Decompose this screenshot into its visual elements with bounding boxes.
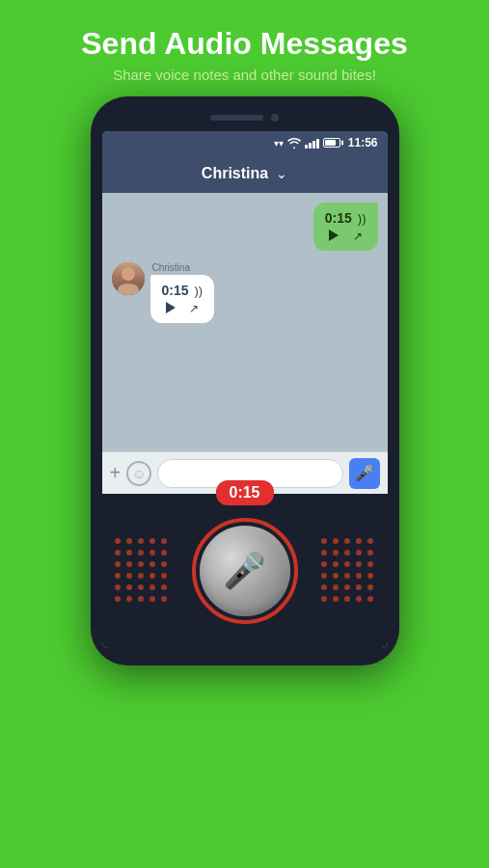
sender-name-label: Christina xyxy=(152,262,215,273)
hero-subtitle: Share voice notes and other sound bites! xyxy=(0,67,489,83)
received-duration: 0:15 xyxy=(162,283,189,298)
record-button-inner: 🎤 xyxy=(200,526,290,616)
sent-wave: )) xyxy=(358,211,367,226)
phone-screen: ▾▾ xyxy=(102,131,388,648)
received-message-wrap: Christina 0:15 )) ↗ xyxy=(112,262,378,323)
received-message: 0:15 )) ↗ xyxy=(150,275,215,323)
record-button[interactable]: 🎤 xyxy=(192,518,298,624)
status-time: 11:56 xyxy=(348,136,378,149)
sent-duration: 0:15 xyxy=(325,210,352,226)
phone-mockup: ▾▾ xyxy=(91,96,399,665)
phone-camera xyxy=(271,114,279,122)
record-mic-icon: 🎤 xyxy=(223,551,266,591)
sent-play-button[interactable] xyxy=(329,230,339,241)
signal-bars-icon xyxy=(305,137,319,149)
avatar xyxy=(112,262,145,295)
chat-area: 0:15 )) ↗ Christina xyxy=(102,193,388,451)
received-wave: )) xyxy=(195,284,204,298)
chat-header: Christina ⌄ xyxy=(102,154,388,193)
received-play-button[interactable] xyxy=(166,302,176,313)
emoji-icon: ☺ xyxy=(132,466,146,481)
sent-message: 0:15 )) ↗ xyxy=(313,203,378,251)
phone-speaker xyxy=(210,115,263,121)
status-bar: ▾▾ xyxy=(102,131,388,154)
status-icons: ▾▾ xyxy=(274,136,378,149)
mic-button[interactable]: 🎤 xyxy=(349,458,380,489)
chat-contact-name: Christina xyxy=(202,165,268,182)
wifi-icon: ▾▾ xyxy=(274,138,284,149)
right-dot-pattern xyxy=(321,538,375,604)
chevron-down-icon[interactable]: ⌄ xyxy=(276,166,287,181)
left-dot-pattern xyxy=(115,538,169,604)
hero-title: Send Audio Messages xyxy=(0,0,489,61)
phone-body: ▾▾ xyxy=(91,96,399,665)
sent-share-button[interactable]: ↗ xyxy=(353,230,363,243)
emoji-button[interactable]: ☺ xyxy=(126,461,151,486)
recording-area: 0:15 🎤 xyxy=(102,494,388,648)
battery-icon xyxy=(323,138,340,148)
wifi-status-icon xyxy=(287,138,301,149)
phone-top-bar xyxy=(102,108,388,127)
microphone-icon: 🎤 xyxy=(355,464,374,482)
received-share-button[interactable]: ↗ xyxy=(189,302,199,315)
add-button[interactable]: + xyxy=(110,462,122,484)
recording-timer: 0:15 xyxy=(215,480,273,505)
